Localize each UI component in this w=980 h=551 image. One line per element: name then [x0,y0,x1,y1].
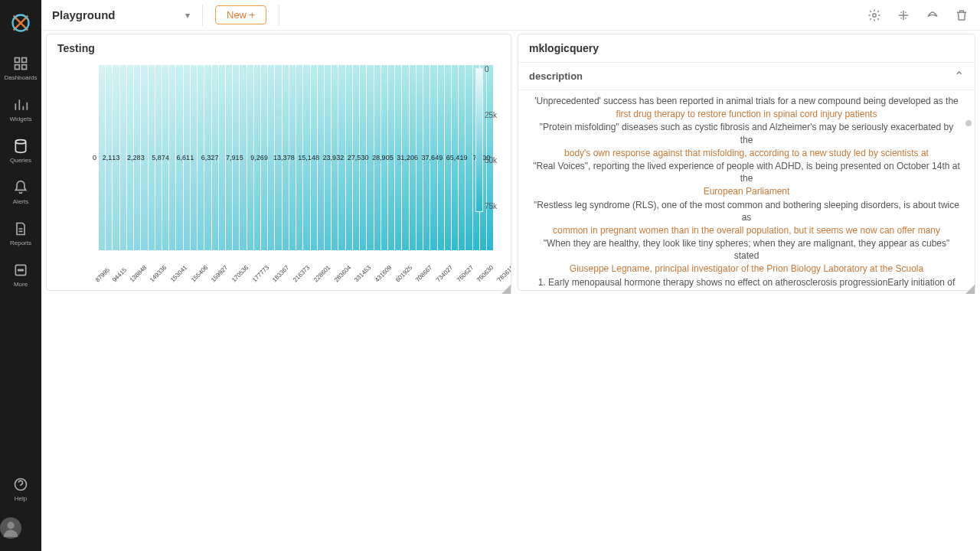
value-label: 31,206 [395,154,420,161]
x-tick-label: 87995 [94,266,111,283]
value-label: 28,905 [371,154,395,161]
bell-icon [12,179,29,196]
svg-rect-2 [22,58,27,63]
sidebar-item-label: Dashboards [4,74,37,81]
sidebar-item-dashboards[interactable]: Dashboards [0,55,41,81]
x-tick-label: 734027 [435,264,454,283]
sidebar-item-label: Reports [10,240,31,246]
value-label: 37,649 [420,154,444,161]
scale-tick: 50k [485,156,506,165]
settings-icon[interactable] [867,8,882,23]
x-tick-label: 228601 [312,264,332,283]
divider [279,5,279,26]
x-tick-label: 149336 [149,264,168,283]
x-tick-label: 138848 [129,264,148,283]
description-line: common in pregnant women than in the ove… [532,224,961,236]
scale-tick: 75k [485,202,506,210]
svg-rect-4 [22,65,27,70]
svg-point-8 [20,269,21,271]
section-label: description [529,70,583,82]
dots-icon [12,262,29,279]
scrollbar-thumb[interactable] [965,120,972,126]
x-tick-label: 431609 [374,264,393,283]
sidebar-item-help[interactable]: Help [0,476,41,502]
sidebar-item-label: Alerts [13,198,28,205]
value-label: 7,915 [222,154,247,161]
sidebar-item-reports[interactable]: Reports [0,220,41,246]
chart-icon [12,96,29,113]
share-icon[interactable] [925,8,940,23]
trash-icon[interactable] [954,8,969,23]
svg-point-12 [873,13,877,17]
value-label: 15,148 [296,154,321,161]
panel-title: Testing [47,34,511,62]
description-line: menopausal hormone therapy (MHT) improve… [532,289,961,290]
x-tick-label: 94415 [111,266,128,283]
description-body: 'Unprecedented' success has been reporte… [518,90,975,290]
chart-panel: Testing 0 2,1132,2835,8746,6116,3277,915… [46,34,511,291]
x-tick-label: 153041 [169,264,188,283]
value-label: 6,611 [173,154,198,161]
detail-panel: mklogicquery description ⌃ 'Unprecedente… [518,34,975,291]
svg-rect-1 [15,58,20,63]
sidebar-item-alerts[interactable]: Alerts [0,179,41,205]
x-tick-label: 760630 [475,264,495,283]
document-icon [12,220,29,237]
sidebar-item-queries[interactable]: Queries [0,138,41,164]
value-label: 6,327 [198,154,222,161]
x-axis-labels: 8799594415138848149336153041155406159927… [94,279,498,285]
description-line: "When they are healthy, they look like t… [532,237,961,262]
sidebar-item-label: Help [15,495,27,502]
bar-chart[interactable]: 0 2,1132,2835,8746,6116,3277,9159,26913,… [47,62,511,290]
x-tick-label: 183367 [271,264,290,283]
grid-icon [12,55,29,72]
description-line: European Parliament [532,185,961,197]
description-line: Giuseppe Legname, principal investigator… [532,262,961,275]
x-tick-label: 159927 [210,264,229,283]
x-tick-label: 155406 [190,264,209,283]
breadcrumb-dropdown[interactable]: Playground ▾ [52,8,190,21]
svg-point-11 [7,522,14,529]
sidebar-item-widgets[interactable]: Widgets [0,96,41,122]
description-line: "Real Voices", reporting the lived exper… [532,160,961,184]
zero-label: 0 [93,154,96,161]
x-tick-label: 708667 [414,264,433,283]
svg-point-9 [22,269,24,271]
left-sidebar: Dashboards Widgets Queries Alerts Report… [0,0,41,551]
color-scale [475,68,483,212]
panel-title: mklogicquery [518,34,975,62]
scale-tick: 0 [485,65,506,73]
sidebar-item-label: More [14,281,28,288]
x-tick-label: 177773 [251,264,270,283]
database-icon [12,138,29,155]
value-label: 2,283 [123,154,148,161]
description-line: 'Unprecedented' success has been reporte… [532,95,961,107]
x-tick-label: 760627 [456,264,475,283]
description-line: "Restless leg syndrome (RLS), one of the… [532,199,961,223]
new-button[interactable]: New + [215,5,266,24]
chevron-down-icon: ▾ [185,10,190,21]
app-logo[interactable] [10,12,31,34]
svg-rect-3 [15,65,20,70]
description-line: 1. Early menopausal hormone therapy show… [532,276,961,289]
value-label: 2,113 [99,154,123,161]
main-area: Testing 0 2,1132,2835,8746,6116,3277,915… [41,31,980,551]
chevron-up-icon: ⌃ [954,69,964,83]
x-tick-label: 331453 [353,264,372,283]
breadcrumb-label: Playground [52,8,116,21]
description-line: "Protein misfolding" diseases such as cy… [532,121,961,145]
description-section-header[interactable]: description ⌃ [518,62,975,90]
description-line: body's own response against that misfold… [532,147,961,159]
add-icon[interactable] [896,8,911,23]
x-tick-label: 283604 [333,264,352,283]
user-avatar[interactable] [0,517,21,539]
sidebar-item-label: Queries [10,157,31,164]
x-tick-label: 783619 [496,264,511,283]
value-label: 65,419 [445,154,469,161]
help-icon [12,476,29,493]
svg-point-5 [15,140,25,144]
sidebar-item-more[interactable]: More [0,262,41,288]
top-bar: Playground ▾ New + [41,0,980,31]
divider [202,5,203,26]
value-label: 9,269 [247,154,272,161]
